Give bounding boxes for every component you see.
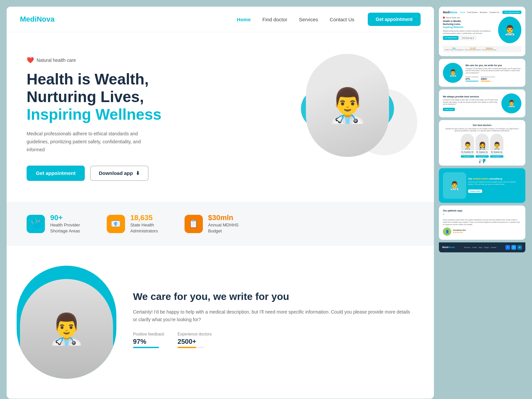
sb-doctor-name-1: Dr. Sresther Ali: [461, 151, 474, 153]
sb-doctor-name-2: Dr. Anjoran Ira: [475, 151, 489, 153]
sb-care-section: 👨‍⚕️ We care for you, we write for you C…: [443, 63, 521, 83]
sb-doctor-spec-2: Orthopedic specialist: [475, 153, 489, 155]
feedback-label: Positive feedback: [133, 332, 164, 336]
sb-stat-3: $30mln Annual MDHHS Budget: [482, 47, 496, 51]
navbar: MediNova Home Find doctor Services Conta…: [7, 7, 434, 32]
sb-footer-link-3[interactable]: Story: [479, 246, 483, 248]
sb-testimonial: Some hospitals conduct their own patient…: [443, 219, 521, 226]
nav-home[interactable]: Home: [237, 17, 251, 22]
sb-doctor-avatar-1: 👨‍⚕️: [461, 134, 474, 150]
sb-feedback-1: Positive feedback 97%: [466, 76, 479, 81]
sb-doctor-figure-3: 👨‍⚕️: [492, 142, 501, 150]
stat-label-1: Health ProviderShortage Areas: [50, 222, 80, 234]
stats-section: 🩺 90+ Health ProviderShortage Areas 📧 18…: [7, 202, 434, 246]
sb-hero-card: MediNova Home Find Doctor Services Conta…: [439, 7, 525, 56]
sb-footer-link-1[interactable]: Services: [464, 246, 470, 248]
nav-services[interactable]: Services: [299, 17, 318, 22]
sb-patient: 👤 Jonathan doe ★★★★★: [443, 227, 521, 236]
sb-footer-link-5[interactable]: Contact: [490, 246, 496, 248]
sidebar-preview: MediNova Home Find Doctor Services Conta…: [439, 7, 525, 399]
stat-number-1: 90+: [50, 213, 80, 222]
sb-doctors-card: Our best doctors Identify the type of do…: [439, 120, 525, 166]
logo-part2: Nova: [37, 15, 55, 23]
sb-linkedin-icon[interactable]: in: [517, 245, 522, 250]
stat-icon-health: 🩺: [27, 215, 45, 233]
main-content: MediNova Home Find doctor Services Conta…: [7, 7, 434, 399]
sb-doctor-btn-1[interactable]: See details ›: [461, 155, 474, 158]
sb-get-appt[interactable]: Get appointment: [443, 36, 459, 40]
download-btn-label: Download app: [99, 170, 133, 176]
download-icon: ⬇: [136, 170, 140, 176]
hero-doctor-image: 👨‍⚕️: [306, 54, 389, 157]
sb-care-text: We care for you, we write for you Certai…: [466, 64, 521, 82]
experience-value: 2500+: [178, 338, 212, 345]
fb-value-1: 97%: [466, 78, 479, 80]
sb-doctor-btn-2[interactable]: See details ›: [475, 155, 489, 158]
sb-facebook-icon[interactable]: f: [505, 245, 510, 250]
care-description: Certainly! I'd be happy to help with a m…: [133, 308, 414, 324]
experience-progress-fill: [178, 347, 196, 348]
care-stat-feedback: Positive feedback 97%: [133, 332, 164, 348]
doctor-placeholder: 👨‍⚕️: [306, 54, 389, 157]
sb-download[interactable]: Download app ⬇: [460, 36, 476, 40]
hero-buttons: Get appointment Download app ⬇: [27, 166, 186, 181]
stat-icon-budget: 📋: [185, 215, 203, 233]
sb-doctor-figure-2: 👩‍⚕️: [478, 142, 487, 150]
sb-progress-fill-1: [466, 81, 478, 81]
brand-logo[interactable]: MediNova: [20, 15, 55, 24]
sb-doctor-btn-3[interactable]: See details ›: [490, 155, 503, 158]
sb-badge-dot: [443, 17, 445, 19]
sb-consult-text: Our instant online consultancy Connect y…: [468, 178, 521, 193]
sb-stat-2: 18,635 State Health Administrators: [465, 47, 481, 51]
hero-appointment-btn[interactable]: Get appointment: [27, 166, 85, 181]
stat-item-1: 🩺 90+ Health ProviderShortage Areas: [27, 213, 80, 234]
sb-feedback: Positive feedback 97% Experience doctors…: [466, 76, 521, 81]
feedback-value: 97%: [133, 338, 164, 345]
sb-dot-next[interactable]: ›: [483, 159, 485, 162]
sb-doctors-title: Our best doctors: [443, 124, 521, 126]
sb-footer: MediNova Services Career Story Pages Con…: [439, 242, 525, 252]
sb-footer-content: MediNova Services Career Story Pages Con…: [442, 245, 522, 250]
stat-text-1: 90+ Health ProviderShortage Areas: [50, 213, 80, 234]
sb-consult-desc: Connect your health insurance provider t…: [468, 181, 521, 186]
sb-doctor-avatar-2: 👩‍⚕️: [475, 134, 489, 150]
feedback-progress-bar: [133, 347, 160, 348]
sb-hero-section: Natural health care Health is Wealth,Nur…: [443, 17, 521, 43]
sb-stat-label-2: State Health Administrators: [465, 49, 481, 51]
experience-progress-bar: [178, 347, 204, 348]
sb-twitter-icon[interactable]: t: [511, 245, 516, 250]
sb-appt-btn[interactable]: Get Appointment: [502, 11, 521, 14]
sb-nav-home: Home: [460, 11, 466, 13]
logo-part1: Medi: [20, 15, 37, 23]
nav-find-doctor[interactable]: Find doctor: [262, 17, 287, 22]
get-appointment-btn[interactable]: Get appointment: [368, 13, 421, 26]
sb-footer-link-2[interactable]: Career: [472, 246, 477, 248]
sb-footer-link-4[interactable]: Pages: [484, 246, 489, 248]
sb-services-title: We always provide best services: [443, 95, 499, 98]
hero-text: ❤️ Natural health care Health is Wealth,…: [27, 57, 186, 181]
heart-icon: ❤️: [27, 57, 34, 64]
sb-patient-stars: ★★★★★: [453, 231, 466, 234]
care-stats: Positive feedback 97% Experience doctors…: [133, 332, 414, 348]
fb-value-2: 2500+: [481, 78, 495, 80]
sb-consultancy-card: 👨‍⚕️ Our instant online consultancy Conn…: [439, 168, 525, 203]
sb-consult-accent: instant online: [473, 178, 488, 180]
sb-footer-icons: f t in: [505, 245, 522, 250]
experience-label: Experience doctors: [178, 332, 212, 336]
sb-quote-icon: ": [443, 213, 521, 218]
sb-learn-more[interactable]: Learn more: [443, 108, 455, 111]
stat-text-3: $30mln Annual MDHHSBudget: [208, 213, 239, 234]
sb-consult-btn[interactable]: Explore Now: [468, 190, 482, 193]
sb-navbar: MediNova Home Find Doctor Services Conta…: [443, 11, 521, 14]
care-text: We care for you, we write for you Certai…: [133, 290, 414, 355]
sb-doctor-avatar-3: 👨‍⚕️: [490, 134, 503, 150]
sb-nav-services: Services: [480, 11, 487, 13]
nav-contact[interactable]: Contact Us: [330, 17, 354, 22]
sb-doctor-spec-3: Orthopedic specialist: [490, 153, 503, 155]
sb-doctor-figure-1: 👨‍⚕️: [463, 142, 472, 150]
hero-download-btn[interactable]: Download app ⬇: [90, 166, 149, 181]
sb-dot-prev[interactable]: ‹: [479, 159, 482, 162]
feedback-progress-fill: [133, 347, 159, 348]
sb-care-desc: Certainly! I'd be happy to help with a m…: [466, 67, 521, 74]
sb-hero-title: Health is Wealth,Nurturing Lives,Inspiri…: [443, 20, 495, 29]
